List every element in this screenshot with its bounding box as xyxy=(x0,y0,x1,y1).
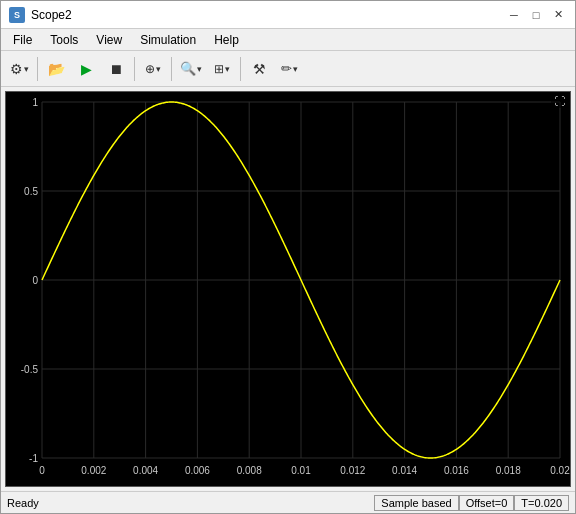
zoom-out-dropdown-arrow: ▾ xyxy=(225,64,230,74)
menu-tools[interactable]: Tools xyxy=(42,31,86,49)
record-icon: ⊕ xyxy=(145,62,155,76)
status-offset: Offset=0 xyxy=(459,495,515,511)
close-button[interactable]: ✕ xyxy=(549,6,567,24)
minimize-button[interactable]: ─ xyxy=(505,6,523,24)
record-button[interactable]: ⊕ ▾ xyxy=(139,55,167,83)
toolbar: ⚙ ▾ 📂 ▶ ⏹ ⊕ ▾ 🔍 ▾ ⊞ ▾ ⚒ ✏ xyxy=(1,51,575,87)
scope-canvas xyxy=(6,92,570,486)
toolbar-separator-4 xyxy=(240,57,241,81)
title-bar: S Scope2 ─ □ ✕ xyxy=(1,1,575,29)
maximize-button[interactable]: □ xyxy=(527,6,545,24)
zoom-in-button[interactable]: 🔍 ▾ xyxy=(176,55,206,83)
settings-dropdown-arrow: ▾ xyxy=(24,64,29,74)
status-bar: Ready Sample based Offset=0 T=0.020 xyxy=(1,491,575,513)
tool1-button[interactable]: ⚒ xyxy=(245,55,273,83)
settings-icon: ⚙ xyxy=(10,61,23,77)
play-icon: ▶ xyxy=(81,61,92,77)
tool1-icon: ⚒ xyxy=(253,61,266,77)
status-time: T=0.020 xyxy=(514,495,569,511)
title-left: S Scope2 xyxy=(9,7,72,23)
menu-simulation[interactable]: Simulation xyxy=(132,31,204,49)
status-right: Sample based Offset=0 T=0.020 xyxy=(374,495,569,511)
settings-button[interactable]: ⚙ ▾ xyxy=(5,55,33,83)
tool2-dropdown-arrow: ▾ xyxy=(293,64,298,74)
plot-area[interactable]: ⛶ xyxy=(5,91,571,487)
play-button[interactable]: ▶ xyxy=(72,55,100,83)
toolbar-separator-2 xyxy=(134,57,135,81)
plot-maximize-icon[interactable]: ⛶ xyxy=(551,94,568,108)
stop-button[interactable]: ⏹ xyxy=(102,55,130,83)
window-title: Scope2 xyxy=(31,8,72,22)
menu-help[interactable]: Help xyxy=(206,31,247,49)
status-sample-based: Sample based xyxy=(374,495,458,511)
app-icon: S xyxy=(9,7,25,23)
record-dropdown-arrow: ▾ xyxy=(156,64,161,74)
zoom-dropdown-arrow: ▾ xyxy=(197,64,202,74)
open-button[interactable]: 📂 xyxy=(42,55,70,83)
zoom-in-icon: 🔍 xyxy=(180,61,196,76)
main-window: S Scope2 ─ □ ✕ File Tools View Simulatio… xyxy=(0,0,576,514)
tool2-button[interactable]: ✏ ▾ xyxy=(275,55,303,83)
zoom-out-button[interactable]: ⊞ ▾ xyxy=(208,55,236,83)
menu-file[interactable]: File xyxy=(5,31,40,49)
tool2-icon: ✏ xyxy=(281,61,292,76)
zoom-out-icon: ⊞ xyxy=(214,62,224,76)
stop-icon: ⏹ xyxy=(109,61,123,77)
window-controls: ─ □ ✕ xyxy=(505,6,567,24)
menu-view[interactable]: View xyxy=(88,31,130,49)
toolbar-separator-1 xyxy=(37,57,38,81)
toolbar-separator-3 xyxy=(171,57,172,81)
menu-bar: File Tools View Simulation Help xyxy=(1,29,575,51)
open-icon: 📂 xyxy=(48,61,65,77)
status-ready: Ready xyxy=(7,497,39,509)
